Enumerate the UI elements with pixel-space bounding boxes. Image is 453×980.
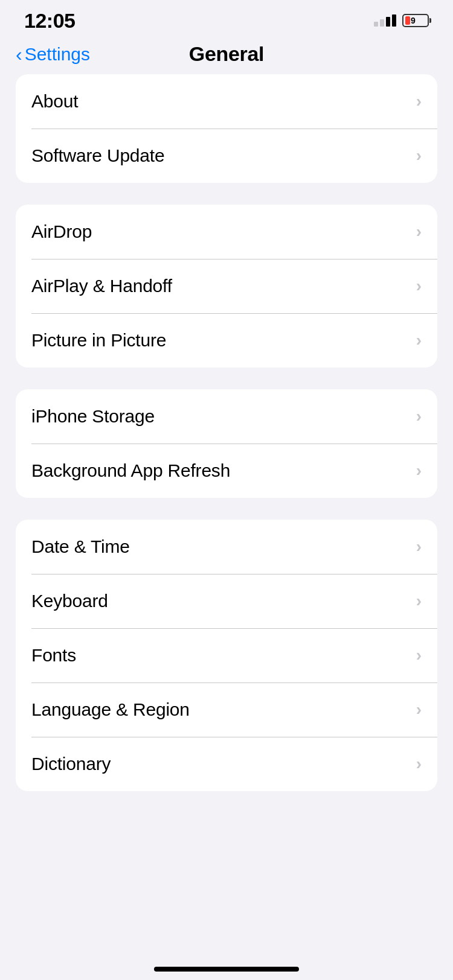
settings-row-date-time[interactable]: Date & Time › (16, 520, 437, 574)
settings-row-background-app-refresh[interactable]: Background App Refresh › (16, 444, 437, 498)
settings-row-software-update[interactable]: Software Update › (16, 129, 437, 183)
settings-row-picture-in-picture[interactable]: Picture in Picture › (16, 313, 437, 368)
row-label-keyboard: Keyboard (31, 591, 108, 611)
row-label-iphone-storage: iPhone Storage (31, 406, 155, 427)
row-label-language-region: Language & Region (31, 699, 190, 720)
settings-row-iphone-storage[interactable]: iPhone Storage › (16, 389, 437, 444)
settings-content: About › Software Update › AirDrop › AirP… (0, 74, 453, 837)
chevron-right-icon: › (416, 646, 422, 665)
row-label-software-update: Software Update (31, 145, 164, 166)
settings-row-fonts[interactable]: Fonts › (16, 628, 437, 682)
settings-row-airplay-handoff[interactable]: AirPlay & Handoff › (16, 259, 437, 313)
row-label-picture-in-picture: Picture in Picture (31, 330, 166, 351)
settings-row-airdrop[interactable]: AirDrop › (16, 205, 437, 259)
settings-group-storage: iPhone Storage › Background App Refresh … (16, 389, 437, 498)
nav-header: ‹ Settings General (0, 36, 453, 74)
signal-bar-3 (386, 17, 390, 27)
row-label-fonts: Fonts (31, 645, 76, 666)
chevron-right-icon: › (416, 92, 422, 111)
row-label-date-time: Date & Time (31, 536, 130, 557)
signal-bar-2 (380, 19, 384, 27)
back-label: Settings (25, 44, 90, 65)
signal-bar-1 (374, 22, 378, 27)
row-label-background-app-refresh: Background App Refresh (31, 460, 230, 481)
back-chevron-icon: ‹ (16, 45, 22, 64)
chevron-right-icon: › (416, 461, 422, 480)
settings-group-about: About › Software Update › (16, 74, 437, 183)
chevron-right-icon: › (416, 591, 422, 611)
chevron-right-icon: › (416, 331, 422, 350)
status-time: 12:05 (24, 9, 75, 33)
chevron-right-icon: › (416, 700, 422, 719)
settings-row-keyboard[interactable]: Keyboard › (16, 574, 437, 628)
status-icons: 9 (374, 14, 429, 27)
chevron-right-icon: › (416, 222, 422, 241)
chevron-right-icon: › (416, 537, 422, 556)
battery-icon: 9 (402, 14, 429, 27)
chevron-right-icon: › (416, 276, 422, 296)
chevron-right-icon: › (416, 146, 422, 165)
row-label-dictionary: Dictionary (31, 754, 111, 774)
home-indicator (154, 967, 299, 972)
battery-level: 9 (411, 16, 416, 25)
row-label-airdrop: AirDrop (31, 221, 92, 242)
settings-row-about[interactable]: About › (16, 74, 437, 129)
chevron-right-icon: › (416, 754, 422, 774)
settings-group-connectivity: AirDrop › AirPlay & Handoff › Picture in… (16, 205, 437, 368)
signal-bar-4 (392, 14, 396, 27)
page-title: General (189, 42, 265, 66)
settings-row-dictionary[interactable]: Dictionary › (16, 737, 437, 791)
chevron-right-icon: › (416, 407, 422, 426)
battery-fill (405, 16, 410, 25)
status-bar: 12:05 9 (0, 0, 453, 36)
settings-row-language-region[interactable]: Language & Region › (16, 682, 437, 737)
row-label-about: About (31, 91, 78, 112)
settings-group-system: Date & Time › Keyboard › Fonts › Languag… (16, 520, 437, 791)
back-button[interactable]: ‹ Settings (16, 44, 90, 65)
signal-bars-icon (374, 14, 396, 27)
row-label-airplay-handoff: AirPlay & Handoff (31, 276, 172, 296)
